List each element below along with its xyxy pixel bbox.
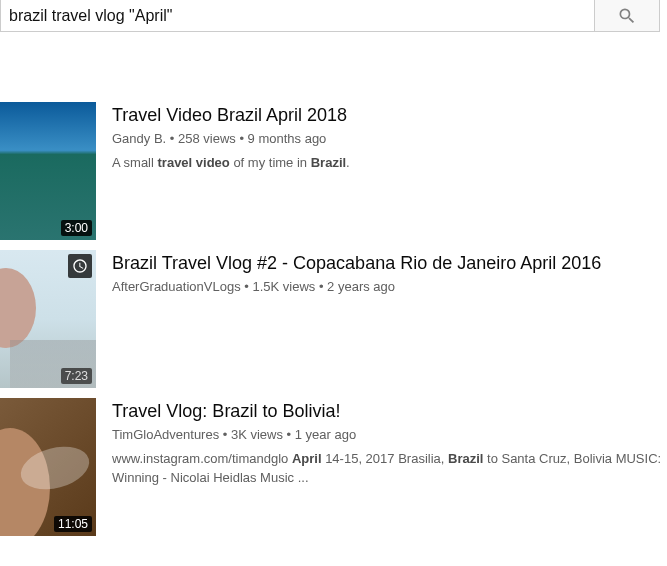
video-thumbnail[interactable]: 7:23: [0, 250, 96, 388]
upload-age: 2 years ago: [327, 279, 395, 294]
video-description: www.instagram.com/timandglo April 14-15,…: [112, 450, 667, 486]
view-count: 1.5K views: [252, 279, 315, 294]
channel-name[interactable]: TimGloAdventures: [112, 427, 219, 442]
video-duration: 3:00: [61, 220, 92, 236]
video-meta: AfterGraduationVLogs • 1.5K views • 2 ye…: [112, 279, 667, 294]
search-input[interactable]: [1, 0, 594, 31]
watch-later-button[interactable]: [68, 254, 92, 278]
search-bar: [0, 0, 660, 32]
video-duration: 11:05: [54, 516, 92, 532]
video-title[interactable]: Travel Video Brazil April 2018: [112, 104, 667, 127]
result-item[interactable]: 7:23 Brazil Travel Vlog #2 - Copacabana …: [0, 250, 667, 388]
view-count: 258 views: [178, 131, 236, 146]
channel-name[interactable]: Gandy B.: [112, 131, 166, 146]
search-icon: [617, 6, 637, 26]
search-button[interactable]: [594, 0, 659, 31]
clock-icon: [72, 258, 88, 274]
video-info: Travel Video Brazil April 2018 Gandy B. …: [96, 102, 667, 240]
upload-age: 1 year ago: [295, 427, 356, 442]
result-item[interactable]: 3:00 Travel Video Brazil April 2018 Gand…: [0, 102, 667, 240]
video-info: Brazil Travel Vlog #2 - Copacabana Rio d…: [96, 250, 667, 388]
video-thumbnail[interactable]: 11:05: [0, 398, 96, 536]
video-title[interactable]: Brazil Travel Vlog #2 - Copacabana Rio d…: [112, 252, 667, 275]
upload-age: 9 months ago: [248, 131, 327, 146]
search-results: 3:00 Travel Video Brazil April 2018 Gand…: [0, 102, 667, 536]
result-item[interactable]: 11:05 Travel Vlog: Brazil to Bolivia! Ti…: [0, 398, 667, 536]
channel-name[interactable]: AfterGraduationVLogs: [112, 279, 241, 294]
video-duration: 7:23: [61, 368, 92, 384]
video-meta: Gandy B. • 258 views • 9 months ago: [112, 131, 667, 146]
video-thumbnail[interactable]: 3:00: [0, 102, 96, 240]
video-title[interactable]: Travel Vlog: Brazil to Bolivia!: [112, 400, 667, 423]
view-count: 3K views: [231, 427, 283, 442]
video-info: Travel Vlog: Brazil to Bolivia! TimGloAd…: [96, 398, 667, 536]
video-description: A small travel video of my time in Brazi…: [112, 154, 667, 172]
video-meta: TimGloAdventures • 3K views • 1 year ago: [112, 427, 667, 442]
